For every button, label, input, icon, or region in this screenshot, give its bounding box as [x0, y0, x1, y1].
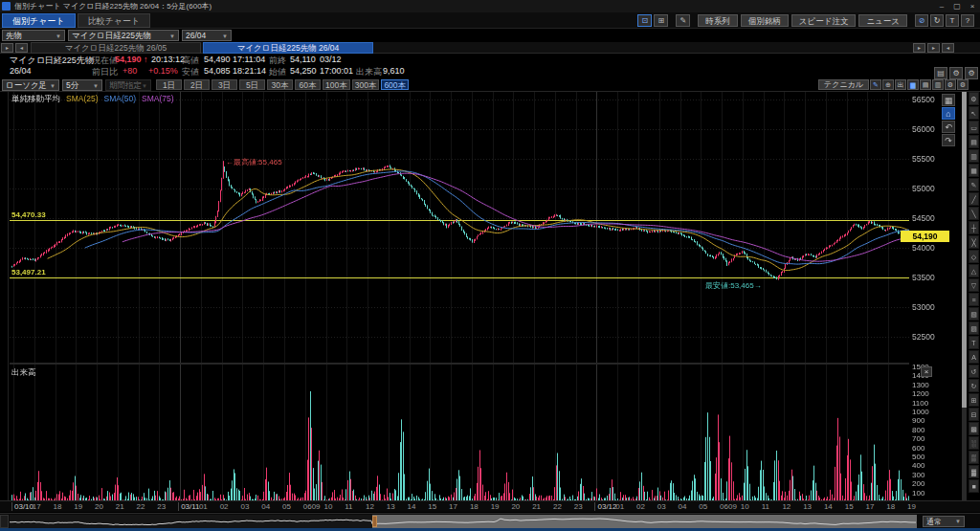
- layout-single-icon[interactable]: ⊡: [637, 14, 652, 27]
- drawing-tool-icon-14[interactable]: ≡: [969, 293, 979, 306]
- time-label-11: 11: [345, 502, 352, 511]
- chart-tab-2604[interactable]: マイクロ日経225先物 26/04: [203, 42, 373, 54]
- layout-grid-icon[interactable]: ⊞: [654, 14, 668, 27]
- drawing-tool-icon-17[interactable]: T: [969, 336, 979, 349]
- volume-toggle-icon[interactable]: 出: [895, 79, 906, 90]
- range-button-1日[interactable]: 1日: [156, 79, 182, 90]
- chart-type-select[interactable]: ローソク足▼: [2, 79, 59, 91]
- time-series-button[interactable]: 時系列: [698, 14, 738, 27]
- settings-icon[interactable]: ⚙: [957, 79, 969, 90]
- drawing-tool-icon-7[interactable]: ╱: [969, 192, 979, 206]
- drawing-tool-icon-11[interactable]: ◇: [969, 250, 979, 263]
- contract-select[interactable]: 26/04▼: [182, 30, 232, 41]
- panel-icon[interactable]: ▤: [920, 79, 931, 90]
- tab-scroll-left-icon[interactable]: ▸: [1, 43, 13, 53]
- tab-individual-chart[interactable]: 個別チャート: [2, 13, 76, 28]
- category-select[interactable]: 先物▼: [2, 30, 65, 41]
- link-icon[interactable]: ⊘: [915, 14, 928, 27]
- instrument-select[interactable]: マイクロ日経225先物▼: [68, 30, 179, 41]
- panel2-icon[interactable]: ▥: [932, 79, 944, 90]
- drawing-tool-icon-5[interactable]: ▦: [969, 164, 979, 177]
- tool-scrollbar-thumb[interactable]: [962, 92, 967, 408]
- chevron-down-icon: ▼: [93, 80, 99, 90]
- maximize-button[interactable]: ▢: [949, 1, 965, 11]
- range-button-30本[interactable]: 30本: [267, 79, 293, 90]
- fit-chart-icon[interactable]: ▦: [942, 94, 955, 106]
- interval-select[interactable]: 5分▼: [62, 79, 102, 91]
- drawing-tool-icon-22[interactable]: ⊟: [969, 408, 979, 421]
- help-icon[interactable]: ?: [961, 14, 974, 27]
- chart-tab-2605[interactable]: マイクロ日経225先物 26/05: [31, 42, 201, 54]
- symbol-info-button[interactable]: 個別銘柄: [741, 14, 789, 27]
- drawing-tool-icon-4[interactable]: ▥: [969, 149, 979, 163]
- drawing-tool-icon-3[interactable]: ▤: [969, 135, 979, 148]
- chevron-down-icon: ▼: [142, 80, 147, 90]
- pane-arrow-icon[interactable]: ▸: [927, 43, 940, 53]
- drawing-tool-icon-9[interactable]: ┼: [969, 221, 979, 234]
- display-mode-select[interactable]: 通常▼: [923, 516, 965, 527]
- drawing-tool-icon-25[interactable]: ▒: [969, 451, 979, 464]
- drawing-tool-icon-15[interactable]: ▧: [969, 307, 979, 321]
- navigator-range-handle[interactable]: [372, 516, 377, 527]
- high-annotation: ←最高値:55,465: [226, 157, 282, 167]
- range-button-300本[interactable]: 300本: [352, 79, 380, 90]
- pane-arrow-icon[interactable]: ▸: [913, 43, 925, 53]
- tab-scroll-right-icon[interactable]: ◂: [15, 43, 28, 53]
- high-time: 17:11:04: [233, 55, 265, 64]
- news-button[interactable]: ニュース: [858, 14, 907, 27]
- navigator-canvas[interactable]: [10, 515, 917, 528]
- drawing-tool-icon-6[interactable]: ✎: [969, 178, 979, 191]
- drawing-tool-icon-19[interactable]: ↺: [969, 365, 979, 378]
- volume-tick-1000: 1000: [903, 408, 942, 416]
- refresh-icon[interactable]: ↻: [930, 14, 944, 27]
- drawing-tool-icon-18[interactable]: A: [969, 350, 979, 364]
- drawing-tool-icon-13[interactable]: ▽: [969, 278, 979, 292]
- minimize-button[interactable]: –: [934, 1, 949, 11]
- undo-icon[interactable]: ↶: [942, 121, 955, 133]
- close-button[interactable]: ×: [965, 1, 980, 11]
- range-button-2日[interactable]: 2日: [184, 79, 210, 90]
- drawing-tool-icon-1[interactable]: ↖: [969, 106, 979, 120]
- navigator-strip: 通常▼: [0, 513, 980, 528]
- range-button-600本[interactable]: 600本: [381, 79, 409, 90]
- period-select[interactable]: 期間指定▼: [105, 79, 151, 91]
- open-label: 始値: [269, 66, 286, 78]
- pencil-icon[interactable]: ✎: [870, 79, 881, 90]
- tab-compare-chart[interactable]: 比較チャート: [78, 13, 151, 28]
- drawing-tool-icon-2[interactable]: ▭: [969, 121, 979, 134]
- range-button-5日[interactable]: 5日: [239, 79, 265, 90]
- sma-legend: 単純移動平均SMA(25)SMA(50)SMA(75): [11, 94, 186, 105]
- range-button-60本[interactable]: 60本: [295, 79, 321, 90]
- technical-button[interactable]: テクニカル: [818, 79, 869, 90]
- drawing-tool-icon-24[interactable]: ░: [969, 436, 979, 450]
- time-label-01: 01: [615, 502, 624, 511]
- drawing-tool-icon-27[interactable]: ■: [969, 479, 979, 493]
- drawing-tool-icon-20[interactable]: ↻: [969, 379, 979, 392]
- volume-tick-800: 800: [903, 426, 942, 434]
- drawing-tool-icon-26[interactable]: ▓: [969, 465, 979, 478]
- redo-icon[interactable]: ↷: [942, 134, 955, 146]
- gear-icon[interactable]: ⚙: [945, 79, 956, 90]
- time-label-13: 13: [803, 502, 812, 511]
- pane-arrow-icon[interactable]: ◂: [942, 43, 954, 53]
- drawing-tool-icon-16[interactable]: ▨: [969, 321, 979, 335]
- volume-value: 9,610: [383, 66, 405, 76]
- bar-chart-icon[interactable]: ▆: [907, 79, 919, 90]
- drawing-tool-icon-12[interactable]: △: [969, 264, 979, 277]
- draw-pencil-icon[interactable]: ✎: [676, 14, 690, 27]
- speed-order-button[interactable]: スピード注文: [791, 14, 857, 27]
- zoom-icon[interactable]: ⊕: [882, 79, 894, 90]
- window-title: 個別チャート マイクロ日経225先物 26/04：5分足(600本): [14, 1, 212, 11]
- volume-pane-close-icon[interactable]: ×: [921, 366, 932, 377]
- range-button-100本[interactable]: 100本: [323, 79, 350, 90]
- drawing-tool-icon-10[interactable]: ╳: [969, 235, 979, 249]
- drawing-tool-icon-0[interactable]: ⚙: [969, 92, 979, 105]
- drawing-tool-icon-21[interactable]: ⊞: [969, 393, 979, 407]
- home-icon[interactable]: ⌂: [942, 107, 955, 120]
- range-button-3日[interactable]: 3日: [212, 79, 237, 90]
- drawing-tool-icon-8[interactable]: ╲: [969, 207, 979, 220]
- candlestick-chart-canvas[interactable]: [10, 92, 909, 501]
- chevron-down-icon: ▼: [169, 31, 175, 40]
- text-size-icon[interactable]: T: [946, 14, 959, 27]
- drawing-tool-icon-23[interactable]: ▩: [969, 422, 979, 435]
